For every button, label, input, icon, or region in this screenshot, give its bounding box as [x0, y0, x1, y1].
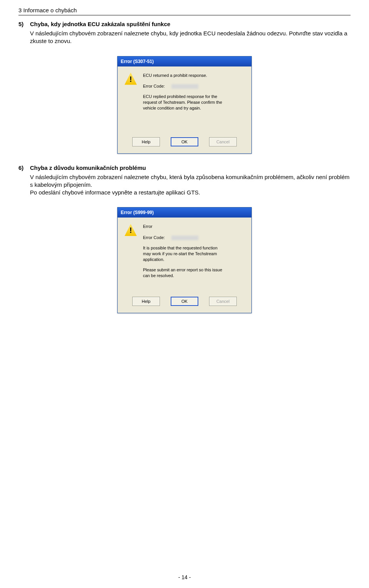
- cancel-button: Cancel: [209, 297, 237, 306]
- item-6-number: 6): [18, 164, 30, 171]
- item-6: 6) Chyba z důvodu komunikačních problému…: [18, 164, 351, 197]
- section-header: 3 Informace o chybách: [18, 7, 351, 15]
- dialog-2-description-2: Please submit an error report so this is…: [143, 267, 224, 279]
- dialog-2-error-code-blurred: [171, 236, 198, 240]
- item-5-number: 5): [18, 21, 30, 27]
- page-number: - 14 -: [0, 574, 369, 580]
- dialog-2-titlebar: Error (S999-99): [118, 208, 251, 218]
- warning-icon: [125, 224, 137, 236]
- dialog-1-error-code-label: Error Code:: [143, 83, 165, 89]
- warning-icon: [125, 73, 137, 85]
- item-5-body: V následujícím chybovém zobrazení nalezn…: [18, 30, 351, 45]
- error-dialog-2: Error (S999-99) Error Error Code: It is …: [117, 207, 252, 313]
- dialog-1-message: ECU returned a prohibit response.: [143, 73, 244, 78]
- cancel-button: Cancel: [209, 137, 237, 146]
- dialog-2-error-code-label: Error Code:: [143, 235, 165, 241]
- help-button[interactable]: Help: [132, 297, 160, 306]
- dialog-1-titlebar: Error (S307-51): [118, 56, 251, 66]
- item-5: 5) Chyba, kdy jednotka ECU zakázala spuš…: [18, 21, 351, 45]
- help-button[interactable]: Help: [132, 137, 160, 146]
- error-dialog-1: Error (S307-51) ECU returned a prohibit …: [117, 56, 252, 154]
- item-5-title: Chyba, kdy jednotka ECU zakázala spuštěn…: [30, 21, 170, 27]
- dialog-2-button-row: Help OK Cancel: [125, 297, 244, 306]
- dialog-2-description-1: It is possible that the requested functi…: [143, 245, 224, 262]
- item-6-body: V následujícím chybovém zobrazení nalezn…: [18, 173, 351, 197]
- dialog-1-description: ECU replied prohibited response for the …: [143, 94, 224, 111]
- dialog-2-message: Error: [143, 224, 244, 229]
- dialog-1-error-code-blurred: [171, 84, 198, 89]
- item-6-title: Chyba z důvodu komunikačních problému: [30, 164, 146, 171]
- ok-button[interactable]: OK: [171, 137, 198, 146]
- ok-button[interactable]: OK: [171, 297, 198, 306]
- dialog-1-button-row: Help OK Cancel: [125, 137, 244, 146]
